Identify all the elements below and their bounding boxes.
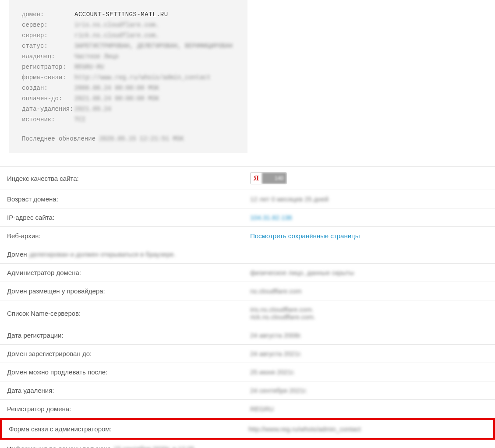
renewafter-value: 25 июня 2021г. <box>250 368 295 376</box>
quality-index-label: Индекс качества сайта: <box>7 175 250 182</box>
received-value: 15 сентября 2020г. в 12:25 <box>114 445 194 448</box>
deletedate-value: 24 сентября 2021г. <box>250 387 307 394</box>
row-admin: Администратор домена: физическое лицо, д… <box>0 264 495 282</box>
whois-owner-label: владелец: <box>22 53 74 60</box>
quality-index-value: Я 140 <box>250 172 287 184</box>
yandex-index-badge: Я 140 <box>250 172 287 184</box>
whois-status-value: ЗАРЕГИСТРИРОВАН, ДЕЛЕГИРОВАН, ВЕРИФИЦИРО… <box>74 42 233 49</box>
whois-footer: Последнее обновление 2020.09.15 12:21:51… <box>22 135 234 142</box>
ns-label: Список Name-серверов: <box>7 310 250 317</box>
whois-status-label: статус: <box>22 42 74 49</box>
row-provider: Домен размещен у провайдера: ns.cloudfla… <box>0 282 495 300</box>
deletedate-label: Дата удаления: <box>7 387 250 394</box>
whois-created-value: 2008.08.24 00:00:00 MSK <box>74 85 159 92</box>
domain-age-label: Возраст домена: <box>7 195 250 203</box>
admin-label: Администратор домена: <box>7 269 250 276</box>
received-label: Информация по домену получена <box>7 445 111 448</box>
row-renewafter: Домен можно продлевать после: 25 июня 20… <box>0 363 495 381</box>
regdate-value: 24 августа 2008г. <box>250 332 302 339</box>
whois-block: домен:ACCOUNT-SETTINGS-MAIL.RU сервер:ir… <box>9 0 248 153</box>
contact-form-label: Форма связи с администратором: <box>9 425 248 433</box>
delegated-value: делегирован и должен открываться в брауз… <box>30 250 176 258</box>
yandex-index-number: 140 <box>262 173 286 184</box>
row-contact-form-highlighted: Форма связи с администратором: http://ww… <box>0 418 495 440</box>
whois-registrar-label: регистратор: <box>22 63 74 71</box>
yandex-icon: Я <box>251 173 262 184</box>
regdate-label: Дата регистрации: <box>7 332 250 339</box>
row-webarchive: Веб-архив: Посмотреть сохранённые страни… <box>0 227 495 245</box>
ns-value: iris.ns.cloudflare.com. rick.ns.cloudfla… <box>250 306 315 321</box>
whois-deletedate-label: дата-удаления: <box>22 106 74 113</box>
reguntil-label: Домен зарегистрирован до: <box>7 350 250 357</box>
webarchive-label: Веб-архив: <box>7 232 250 240</box>
row-registrar: Регистратор домена: REGRU <box>0 400 495 418</box>
webarchive-link[interactable]: Посмотреть сохранённые страницы <box>250 232 360 240</box>
whois-owner-value: Частное Лицо <box>74 53 119 60</box>
provider-label: Домен размещен у провайдера: <box>7 287 250 295</box>
domain-age-value: 12 лет 0 месяцев 25 дней <box>250 195 329 203</box>
whois-server2-value: rick.ns.cloudflare.com. <box>74 32 159 39</box>
row-ip: IP-адрес сайта: 104.31.82.136 <box>0 208 495 227</box>
whois-server2-label: сервер: <box>22 32 74 39</box>
row-deletedate: Дата удаления: 24 сентября 2021г. <box>0 381 495 400</box>
whois-server1-value: iris.ns.cloudflare.com. <box>74 21 159 28</box>
row-regdate: Дата регистрации: 24 августа 2008г. <box>0 326 495 345</box>
ns-value-1: iris.ns.cloudflare.com. <box>250 306 314 313</box>
provider-value: ns.cloudflare.com <box>250 287 302 295</box>
whois-domain-label: домен: <box>22 11 74 18</box>
reguntil-value: 24 августа 2021г. <box>250 350 302 357</box>
info-table: Индекс качества сайта: Я 140 Возраст дом… <box>0 166 495 448</box>
registrar-value: REGRU <box>250 405 274 413</box>
whois-created-label: создан: <box>22 85 74 92</box>
row-received: Информация по домену получена 15 сентябр… <box>0 440 495 448</box>
whois-footer-value: 2020.09.15 12:21:51 MSK <box>99 135 184 142</box>
whois-source-label: источник: <box>22 116 74 123</box>
row-delegated: Домен делегирован и должен открываться в… <box>0 245 495 264</box>
whois-paidtill-label: оплачен-до: <box>22 95 74 102</box>
renewafter-label: Домен можно продлевать после: <box>7 368 250 376</box>
admin-value: физическое лицо, данные скрыты <box>250 269 354 276</box>
ip-link[interactable]: 104.31.82.136 <box>250 214 292 221</box>
row-reguntil: Домен зарегистрирован до: 24 августа 202… <box>0 345 495 363</box>
whois-source-value: TCI <box>74 116 85 123</box>
row-quality-index: Индекс качества сайта: Я 140 <box>0 167 495 190</box>
ns-value-2: rick.ns.cloudflare.com. <box>250 313 315 321</box>
row-nameservers: Список Name-серверов: iris.ns.cloudflare… <box>0 300 495 326</box>
delegated-label: Домен <box>7 250 27 258</box>
whois-domain-value: ACCOUNT-SETTINGS-MAIL.RU <box>74 11 168 18</box>
row-domain-age: Возраст домена: 12 лет 0 месяцев 25 дней <box>0 190 495 208</box>
registrar-label: Регистратор домена: <box>7 405 250 413</box>
whois-registrar-value: REGRU-RU <box>74 63 104 71</box>
whois-deletedate-value: 2021.09.24 <box>74 106 111 113</box>
whois-paidtill-value: 2021.08.24 00:00:00 MSK <box>74 95 159 102</box>
whois-contactform-value: http://www.reg.ru/whois/admin_contact <box>74 74 211 81</box>
whois-footer-label: Последнее обновление <box>22 135 95 142</box>
whois-server1-label: сервер: <box>22 21 74 28</box>
ip-label: IP-адрес сайта: <box>7 214 250 221</box>
contact-form-value: http://www.reg.ru/whois/admin_contact <box>248 425 361 433</box>
whois-contactform-label: форма-связи: <box>22 74 74 81</box>
